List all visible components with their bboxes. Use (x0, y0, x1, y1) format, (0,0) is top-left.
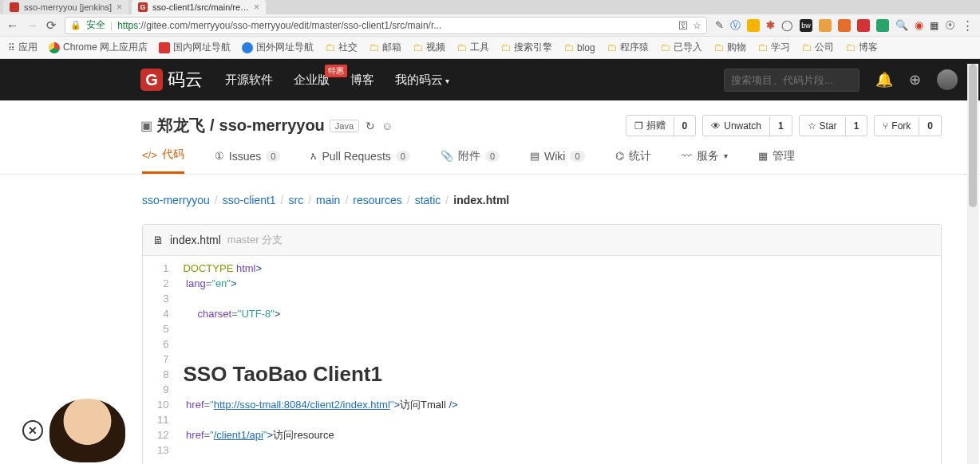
ext-icon[interactable] (747, 19, 760, 32)
favicon-icon: G (138, 2, 148, 12)
nav-open-source[interactable]: 开源软件 (225, 73, 273, 88)
avatar[interactable] (937, 69, 958, 90)
bookmark-item[interactable]: 国内网址导航 (159, 41, 231, 54)
nav-icon: ⌬ (615, 150, 624, 162)
breadcrumb-sep: / (407, 194, 410, 206)
bookmark-item[interactable]: 🗀程序猿 (607, 41, 649, 54)
bookmark-item[interactable]: 🗀购物 (713, 41, 746, 54)
repo-action-star[interactable]: ☆Star1 (799, 115, 868, 136)
repo-nav-管理[interactable]: ▦管理 (758, 149, 795, 173)
breadcrumb-link[interactable]: main (316, 194, 340, 206)
nav-enterprise[interactable]: 企业版特惠 (294, 73, 330, 88)
ext-icon[interactable]: Ⓥ (730, 18, 741, 33)
bookmark-item[interactable]: 🗀blog (563, 41, 595, 53)
repo-action-unwatch[interactable]: 👁Unwatch1 (702, 115, 792, 136)
ext-icon[interactable]: ▦ (930, 20, 939, 31)
bookmark-item[interactable]: 🗀博客 (845, 41, 878, 54)
browser-tab[interactable]: sso-merryyou [jenkins] × (3, 0, 128, 14)
repo-nav-服务[interactable]: 〰服务▾ (682, 149, 728, 173)
ext-icon[interactable] (857, 19, 870, 32)
repo-nav-Issues[interactable]: ①Issues0 (215, 150, 281, 172)
site-icon (242, 42, 253, 53)
repo-nav-Wiki[interactable]: ▤Wiki0 (530, 150, 585, 172)
bell-icon[interactable]: 🔔 (875, 71, 893, 88)
breadcrumb-sep: / (445, 194, 449, 206)
site-search[interactable] (724, 69, 859, 92)
logo[interactable]: G 码云 (140, 68, 203, 92)
file-icon: 🗎 (152, 234, 164, 246)
repo-action-捐赠[interactable]: ❐捐赠0 (626, 115, 697, 136)
ext-icon[interactable] (819, 19, 832, 32)
breadcrumb-link[interactable]: sso-merryyou (142, 194, 210, 206)
bookmark-item[interactable]: 🗀学习 (757, 41, 790, 54)
bookmark-item[interactable]: 🗀社交 (325, 41, 358, 54)
nav-label: 服务 (697, 149, 719, 163)
ext-icon[interactable] (876, 19, 889, 32)
breadcrumb-link[interactable]: resources (353, 194, 401, 206)
action-count: 0 (674, 117, 696, 135)
breadcrumb-link[interactable]: sso-client1 (223, 194, 276, 206)
ext-icon[interactable]: ◉ (915, 19, 923, 31)
ext-icon[interactable]: bw (800, 19, 812, 32)
ext-icon[interactable]: 🔍 (895, 19, 908, 31)
sync-icon[interactable]: ↻ (366, 120, 375, 132)
bookmark-item[interactable]: 🗀工具 (456, 41, 489, 54)
close-icon[interactable]: × (117, 2, 122, 13)
browser-tabs: sso-merryyou [jenkins] × G sso-client1/s… (0, 0, 980, 14)
url-input[interactable]: 🔒 安全 | https://gitee.com/merryyou/sso-me… (65, 17, 707, 34)
breadcrumb-link[interactable]: src (289, 194, 304, 206)
folder-icon: 🗀 (713, 41, 724, 53)
bookmark-item[interactable]: 🗀公司 (801, 41, 834, 54)
file-view: 🗎 index.html master 分支 12345678910111213… (142, 224, 942, 464)
ext-icon[interactable]: ✎ (715, 19, 724, 31)
breadcrumb-link[interactable]: static (415, 194, 441, 206)
star-icon[interactable]: ☆ (693, 20, 701, 31)
bookmark-item[interactable]: 🗀视频 (413, 41, 445, 54)
assistant-avatar[interactable] (49, 399, 125, 462)
bookmark-label: 学习 (771, 41, 790, 54)
back-icon[interactable]: ← (6, 18, 18, 32)
nav-blog[interactable]: 博客 (350, 73, 374, 88)
repo-action-fork[interactable]: ⑂Fork0 (874, 115, 942, 136)
repo-nav-Pull Requests[interactable]: እPull Requests0 (310, 150, 410, 172)
folder-icon: 🗀 (500, 41, 511, 53)
ext-icon[interactable]: ◯ (781, 19, 793, 31)
ext-icon[interactable]: ⦿ (945, 19, 955, 31)
browser-tab[interactable]: G sso-client1/src/main/re… × (132, 0, 266, 14)
repo-nav-代码[interactable]: </>代码 (142, 147, 184, 174)
repo-owner[interactable]: 郑龙飞 (157, 115, 205, 136)
bookmark-item[interactable]: 🗀已导入 (660, 41, 702, 54)
bookmark-item[interactable]: ⠿应用 (8, 41, 38, 54)
repo-nav-附件[interactable]: 📎附件0 (441, 149, 500, 173)
menu-icon[interactable]: ⋮ (962, 18, 974, 33)
search-input[interactable] (724, 69, 859, 92)
repo-nav-统计[interactable]: ⌬统计 (615, 149, 651, 173)
folder-icon: 🗀 (607, 41, 617, 53)
ext-icon[interactable]: ✱ (766, 19, 775, 31)
chrome-icon (49, 42, 60, 53)
assistant-widget[interactable]: ✕ (22, 399, 125, 462)
scrollbar[interactable] (967, 64, 978, 464)
ext-icon[interactable] (838, 19, 851, 32)
source-code[interactable]: DOCTYPE html> lang="en"> charset="UTF-8"… (176, 256, 941, 464)
bookmark-item[interactable]: 🗀邮箱 (369, 41, 401, 54)
gift-icon: ❐ (634, 120, 643, 132)
bookmark-item[interactable]: Chrome 网上应用店 (49, 41, 148, 54)
close-icon[interactable]: × (254, 2, 259, 13)
bookmark-item[interactable]: 🗀搜索引擎 (500, 41, 552, 54)
code-block: 12345678910111213 DOCTYPE html> lang="en… (143, 256, 941, 464)
key-icon[interactable]: ⚿ (678, 20, 688, 31)
bookmark-label: 工具 (470, 41, 489, 54)
nav-my[interactable]: 我的码云▾ (395, 73, 449, 88)
forward-icon[interactable]: → (26, 18, 38, 32)
plus-icon[interactable]: ⊕ (909, 71, 921, 88)
address-bar: ← → ⟳ 🔒 安全 | https://gitee.com/merryyou/… (0, 14, 980, 37)
nav-icon: 〰 (682, 150, 692, 162)
close-icon[interactable]: ✕ (22, 420, 43, 441)
site-nav: G 码云 开源软件 企业版特惠 博客 我的码云▾ 🔔 ⊕ (0, 59, 980, 100)
repo-name[interactable]: sso-merryyou (219, 116, 325, 135)
bookmark-item[interactable]: 国外网址导航 (242, 41, 314, 54)
reload-icon[interactable]: ⟳ (46, 18, 57, 33)
scrollbar-thumb[interactable] (969, 64, 977, 207)
verified-icon[interactable]: ☺ (381, 120, 393, 132)
